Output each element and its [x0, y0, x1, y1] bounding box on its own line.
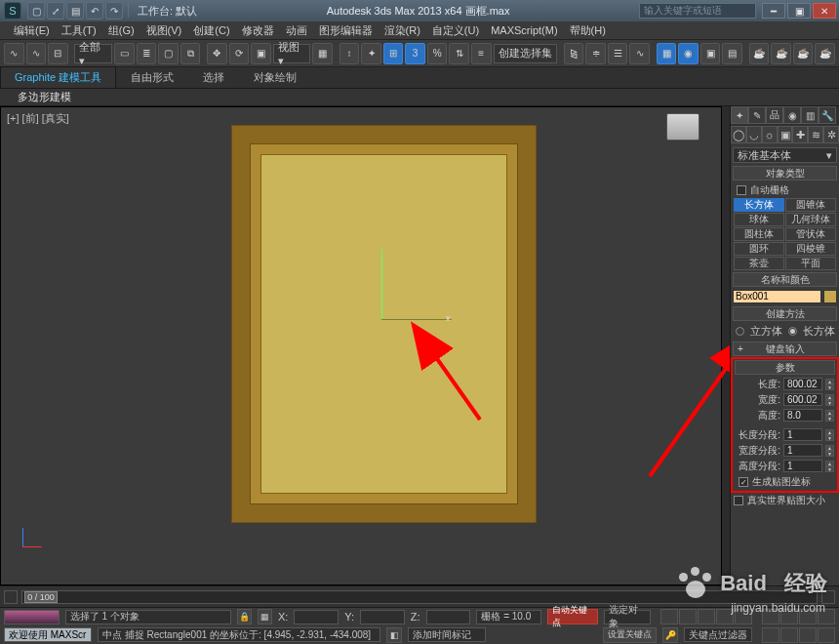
primitive-category[interactable]: 标准基本体▾ [733, 147, 837, 163]
open-icon[interactable]: ⤢ [47, 2, 64, 20]
prim-pyramid[interactable]: 四棱锥 [785, 242, 836, 256]
zoom-extents-icon[interactable] [799, 609, 817, 624]
autogrid-checkbox[interactable] [737, 185, 746, 195]
z-coord[interactable] [426, 610, 471, 624]
field-of-view-icon[interactable] [780, 627, 798, 643]
object-name-field[interactable]: Box001 [733, 290, 821, 303]
pan-icon[interactable] [762, 609, 779, 624]
tab-freeform[interactable]: 自由形式 [116, 66, 188, 88]
unlink-icon[interactable]: ∿ [26, 43, 47, 64]
close-button[interactable]: ✕ [813, 3, 836, 19]
menu-animation[interactable]: 动画 [282, 23, 311, 38]
render-last-icon[interactable]: ☕ [815, 43, 835, 64]
ribbon-panel-polymodel[interactable]: 多边形建模 [6, 89, 83, 105]
viewport[interactable]: [+] [前] [真实] x [0, 106, 722, 585]
rollout-object-type[interactable]: 对象类型 [733, 166, 837, 181]
undo-icon[interactable]: ↶ [86, 2, 103, 20]
bind-icon[interactable]: ⊟ [48, 43, 68, 64]
curve-editor-icon[interactable]: ∿ [629, 43, 650, 64]
render-prod-icon[interactable]: ☕ [749, 43, 770, 64]
isolate-icon[interactable]: ◧ [386, 627, 402, 643]
panel-tab-modify[interactable]: ✎ [748, 106, 766, 124]
rect-region-icon[interactable]: ▢ [158, 43, 179, 64]
trackbar[interactable] [4, 610, 60, 624]
link-icon[interactable]: ∿ [4, 43, 24, 64]
radio-box[interactable] [788, 327, 797, 336]
prev-frame-icon[interactable] [679, 609, 697, 624]
prim-torus[interactable]: 圆环 [734, 242, 784, 256]
named-sets-icon[interactable]: ≡ [471, 43, 492, 64]
gen-map-checkbox[interactable]: ✓ [739, 477, 748, 487]
select-object-icon[interactable]: ▭ [114, 43, 135, 64]
new-icon[interactable]: ▢ [27, 2, 45, 20]
zoom-icon[interactable] [780, 609, 798, 624]
select-by-name-icon[interactable]: ≣ [137, 43, 157, 64]
x-coord[interactable] [294, 610, 339, 624]
rollout-parameters[interactable]: 参数 [735, 360, 835, 375]
lseg-spinner[interactable]: 1 [783, 428, 822, 441]
schematic-view-icon[interactable]: ▦ [657, 43, 677, 64]
width-spinner[interactable]: 600.02 [783, 393, 822, 406]
maximize-button[interactable]: ▣ [787, 3, 811, 19]
create-helpers-icon[interactable]: ✚ [792, 126, 808, 143]
align-icon[interactable]: ≑ [585, 43, 606, 64]
manipulate-icon[interactable]: ↕ [340, 43, 360, 64]
rotate-icon[interactable]: ⟳ [229, 43, 250, 64]
next-frame-icon[interactable] [716, 609, 734, 624]
selset-button[interactable]: 选定对象 [604, 610, 651, 624]
menu-maxscript[interactable]: MAXScript(M) [487, 24, 561, 36]
pivot-icon[interactable]: ▦ [312, 43, 333, 64]
help-search[interactable]: 输入关键字或短语 [639, 3, 756, 19]
panel-tab-hierarchy[interactable]: 品 [766, 106, 783, 124]
create-geometry-icon[interactable]: ◯ [731, 126, 746, 143]
menu-group[interactable]: 组(G) [104, 23, 139, 38]
angle-snap-3d[interactable]: 3 [405, 43, 425, 64]
render-iterate-icon[interactable]: ☕ [771, 43, 791, 64]
menu-help[interactable]: 帮助(H) [566, 23, 610, 38]
goto-start-icon[interactable] [660, 609, 678, 624]
height-spinner[interactable]: 8.0 [783, 409, 822, 422]
snap-toggle[interactable]: ⊞ [383, 43, 404, 64]
create-systems-icon[interactable]: ✲ [823, 126, 839, 143]
min-max-viewport-icon[interactable] [762, 627, 779, 643]
viewport-label[interactable]: [+] [前] [真实] [7, 111, 69, 126]
panel-tab-motion[interactable]: ◉ [783, 106, 801, 124]
menu-views[interactable]: 视图(V) [142, 23, 186, 38]
tab-selection[interactable]: 选择 [188, 66, 239, 88]
time-slider-arrow-left[interactable] [4, 590, 18, 604]
prim-sphere[interactable]: 球体 [734, 213, 784, 226]
key-icon[interactable]: 🔑 [662, 627, 678, 643]
redo-icon[interactable]: ↷ [105, 2, 123, 20]
wseg-spinner[interactable]: 1 [783, 444, 822, 457]
keyboard-shortcut-icon[interactable]: ✦ [361, 43, 381, 64]
create-lights-icon[interactable]: ☼ [762, 126, 778, 143]
time-slider-thumb[interactable]: 0 / 100 [24, 591, 58, 603]
abs-rel-icon[interactable]: ▦ [258, 609, 272, 624]
move-icon[interactable]: ✥ [207, 43, 227, 64]
play-icon[interactable] [698, 609, 715, 624]
app-logo[interactable]: S [4, 2, 21, 20]
autokey-button[interactable]: 自动关键点 [547, 609, 598, 624]
tab-graphite[interactable]: Graphite 建模工具 [0, 66, 116, 88]
rollout-name-color[interactable]: 名称和颜色 [733, 272, 837, 287]
menu-tools[interactable]: 工具(T) [58, 23, 100, 38]
maxscript-listener[interactable]: 欢迎使用 MAXScr [4, 627, 92, 642]
prim-plane[interactable]: 平面 [785, 257, 836, 270]
prim-box[interactable]: 长方体 [734, 198, 784, 212]
time-slider[interactable]: 0 / 100 [0, 585, 839, 607]
timetag[interactable]: 添加时间标记 [408, 627, 486, 642]
scale-icon[interactable]: ▣ [251, 43, 271, 64]
y-coord[interactable] [360, 610, 405, 624]
prim-teapot[interactable]: 茶壶 [734, 257, 784, 270]
radio-cube[interactable] [736, 327, 744, 336]
scene-object-frame[interactable] [231, 125, 537, 523]
panel-tab-create[interactable]: ✦ [731, 106, 748, 124]
percent-snap-icon[interactable]: % [427, 43, 448, 64]
prim-cylinder[interactable]: 圆柱体 [734, 227, 784, 241]
maximize-viewport-icon[interactable] [818, 627, 835, 643]
material-editor-icon[interactable]: ◉ [678, 43, 699, 64]
zoom-region-icon[interactable] [799, 627, 817, 643]
spinner-snap-icon[interactable]: ⇅ [449, 43, 469, 64]
menu-grapheditors[interactable]: 图形编辑器 [315, 23, 377, 38]
create-shapes-icon[interactable]: ◡ [746, 126, 762, 143]
